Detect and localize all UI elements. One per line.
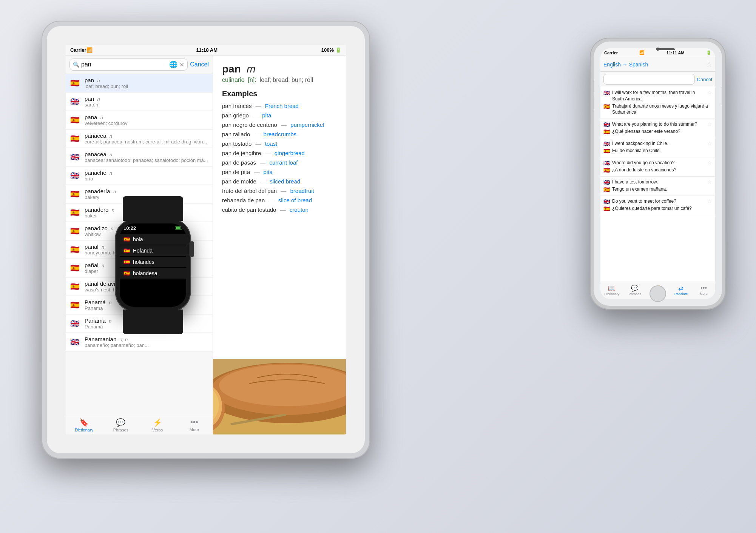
iphone-vol-down[interactable] — [594, 96, 594, 109]
word-list-item[interactable]: 🇬🇧 pan n sartén — [66, 92, 213, 111]
word-label: Panamanian — [85, 336, 116, 342]
phrase-flag-es: 🇪🇸 — [603, 167, 610, 173]
phrase-pair[interactable]: 🇬🇧 I went backpacking in Chile. ☆ 🇪🇸 Fui… — [600, 138, 715, 157]
ipad-inner: Carrier 📶 11:18 AM 100% 🔋 🔍 pan — [47, 26, 365, 453]
phrase-star[interactable]: ☆ — [707, 140, 712, 146]
word-item-sub: loaf; bread; bun; roll — [85, 83, 208, 89]
word-item-sub: velveteen; corduroy — [85, 120, 208, 126]
word-label: pan — [85, 96, 94, 102]
watch-list-item[interactable]: 🇪🇸 holandesa — [120, 268, 186, 279]
iphone-tab-icon: 💬 — [631, 285, 639, 292]
flag-icon: 🇪🇸 — [70, 208, 81, 217]
word-label: panadero — [85, 206, 108, 213]
word-item-main: panache n — [85, 169, 208, 176]
phrase-text-en: I have a test tomorrow. — [612, 179, 705, 185]
search-input-wrap[interactable]: 🔍 pan 🌐 ✕ — [69, 59, 188, 71]
phrase-text-en: Do you want to meet for coffee? — [612, 198, 705, 205]
example-item: pan de molde — sliced bread — [222, 178, 337, 185]
watch-word: holandés — [133, 259, 154, 265]
ipad-tab-more[interactable]: ••• More — [176, 418, 213, 432]
iphone-home-button[interactable] — [650, 285, 666, 302]
ipad-tab-verbs[interactable]: ⚡ Verbs — [139, 418, 176, 432]
phrase-pair[interactable]: 🇬🇧 Where did you go on vacation? ☆ 🇪🇸 ¿A… — [600, 157, 715, 177]
phrase-row-es: 🇪🇸 ¿A donde fuiste en vacaciones? — [603, 167, 712, 173]
clear-icon[interactable]: ✕ — [179, 61, 184, 68]
watch-list-item[interactable]: 🇪🇸 Holanda — [120, 245, 186, 256]
watch-list-item[interactable]: 🇪🇸 hola — [120, 234, 186, 245]
word-label: panadería — [85, 188, 110, 194]
globe-icon[interactable]: 🌐 — [169, 60, 177, 69]
word-list-item[interactable]: 🇪🇸 panacea n cure-all; panacea; nostrum;… — [66, 129, 213, 148]
iphone-tab-more[interactable]: ••• More — [692, 281, 715, 299]
example-item: pan de pasas — currant loaf — [222, 159, 337, 166]
example-item: pan de jengibre — gingerbread — [222, 150, 337, 156]
flag-icon: 🇪🇸 — [70, 79, 81, 88]
flag-icon: 🇬🇧 — [70, 153, 81, 162]
example-item: fruto del árbol del pan — breadfruit — [222, 188, 337, 194]
phrase-star[interactable]: ☆ — [707, 160, 712, 166]
examples-heading: Examples — [222, 89, 337, 98]
word-item-sub: panacea; sanalotodo; panacea; sanalotodo… — [85, 157, 208, 163]
phrase-text-es: Trabajaré durante unos meses y luego via… — [612, 103, 712, 116]
ipad-screen: Carrier 📶 11:18 AM 100% 🔋 🔍 pan — [66, 45, 346, 434]
watch-list: 🇪🇸 hola 🇪🇸 Holanda 🇪🇸 holandés 🇪🇸 holand… — [120, 233, 186, 307]
word-item-text: panache n brío — [85, 169, 208, 182]
def-pos-bracket: [n]: — [248, 77, 256, 83]
ipad-tab-phrases[interactable]: 💬 Phrases — [102, 418, 139, 432]
word-list-item[interactable]: 🇬🇧 Panamanian a, n panameño; panameño; p… — [66, 333, 213, 351]
watch-device: 10:22 🇪🇸 hola 🇪🇸 Holanda 🇪🇸 holandés 🇪🇸 … — [115, 219, 191, 311]
search-bar: 🔍 pan 🌐 ✕ Cancel — [66, 55, 213, 74]
phrase-star[interactable]: ☆ — [707, 179, 712, 185]
example-english: French bread — [265, 103, 299, 109]
iphone-tab-phrases[interactable]: 💬 Phrases — [623, 281, 646, 299]
word-list-item[interactable]: 🇪🇸 pan n loaf; bread; bun; roll — [66, 74, 213, 92]
phrase-flag-en: 🇬🇧 — [603, 160, 610, 166]
iphone-vol-up[interactable] — [594, 79, 594, 92]
iphone-tab-label: Translate — [674, 292, 688, 296]
example-spanish: pan tostado — [222, 140, 251, 147]
iphone-tab-translate[interactable]: ⇄ Translate — [669, 281, 692, 299]
ipad-carrier: Carrier — [70, 47, 86, 53]
word-item-main: panacea n — [85, 151, 208, 157]
word-list-item[interactable]: 🇬🇧 panache n brío — [66, 166, 213, 185]
cancel-button[interactable]: Cancel — [190, 61, 209, 68]
phrase-pair[interactable]: 🇬🇧 Do you want to meet for coffee? ☆ 🇪🇸 … — [600, 196, 715, 215]
phrase-row-en: 🇬🇧 I have a test tomorrow. ☆ — [603, 179, 712, 185]
iphone-side-button[interactable] — [722, 87, 722, 106]
watch-list-item[interactable]: 🇪🇸 holandés — [120, 257, 186, 267]
flag-icon: 🇪🇸 — [70, 226, 81, 236]
ipad-tab-dictionary[interactable]: 🔖 Dictionary — [66, 418, 102, 432]
phrase-star[interactable]: ☆ — [707, 121, 712, 127]
iphone-tab-label: Dictionary — [604, 292, 619, 296]
pos-label: n — [110, 152, 112, 157]
example-spanish: pan francés — [222, 103, 251, 109]
example-english: pita — [262, 112, 271, 119]
word-list-item[interactable]: 🇬🇧 panacea n panacea; sanalotodo; panace… — [66, 148, 213, 166]
ipad-right-pane: pan m culinario [n]: loaf; bread; bun; r… — [213, 55, 346, 434]
phrase-flag-es: 🇪🇸 — [603, 148, 610, 154]
example-item: pan de pita — pita — [222, 169, 337, 175]
pos-label: a, n — [120, 337, 128, 342]
example-english: breadfruit — [290, 188, 314, 194]
iphone-favorite-star[interactable]: ☆ — [706, 60, 712, 69]
example-dash: — — [254, 169, 261, 175]
phrase-pair[interactable]: 🇬🇧 I will work for a few months, then tr… — [600, 87, 715, 119]
watch-band-top — [123, 196, 183, 221]
tab-label: Dictionary — [75, 428, 93, 432]
word-item-text: pana n velveteen; corduroy — [85, 114, 208, 126]
iphone-tab-label: Phrases — [629, 292, 641, 296]
phrase-text-en: I will work for a few months, then trave… — [612, 89, 705, 102]
word-list-item[interactable]: 🇪🇸 pana n velveteen; corduroy — [66, 111, 213, 129]
phrase-pair[interactable]: 🇬🇧 What are you planning to do this summ… — [600, 119, 715, 138]
word-item-main: Panamanian a, n — [85, 336, 208, 342]
example-dash: — — [260, 178, 267, 185]
phrase-pair[interactable]: 🇬🇧 I have a test tomorrow. ☆ 🇪🇸 Tengo un… — [600, 177, 715, 196]
phrase-star[interactable]: ☆ — [707, 198, 712, 204]
iphone-tab-dictionary[interactable]: 📖 Dictionary — [600, 281, 623, 299]
tab-icon: ⚡ — [153, 418, 162, 427]
iphone-search-input[interactable] — [603, 74, 695, 85]
iphone-cancel-button[interactable]: Cancel — [697, 77, 712, 82]
phrase-star[interactable]: ☆ — [707, 89, 712, 96]
def-line: culinario [n]: loaf; bread; bun; roll — [222, 77, 337, 83]
tab-label: More — [190, 427, 199, 432]
